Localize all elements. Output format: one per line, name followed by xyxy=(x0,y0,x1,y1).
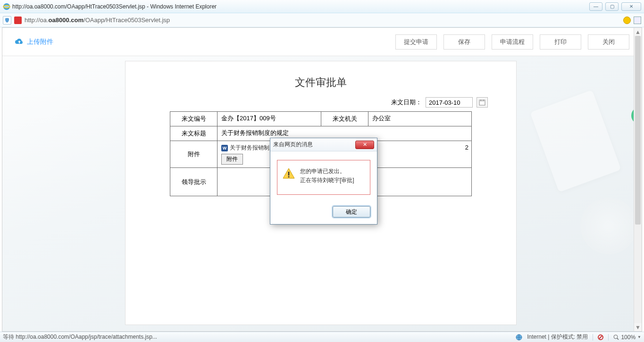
url-path: /OAapp/HtTrace0503Servlet.jsp xyxy=(84,17,170,24)
svg-rect-6 xyxy=(288,172,290,175)
date-label: 来文日期： xyxy=(391,98,422,107)
dialog-title: 来自网页的消息 xyxy=(273,141,313,149)
address-bar: http://oa.oa8000.com/OAapp/HtTrace0503Se… xyxy=(0,13,644,27)
site-favicon xyxy=(14,17,22,24)
window-close-button[interactable]: ✕ xyxy=(621,2,641,11)
scroll-thumb[interactable] xyxy=(635,36,641,225)
cloud-upload-icon xyxy=(15,38,24,46)
url-prefix: http://oa. xyxy=(25,17,49,24)
status-text: 等待 http://oa.oa8000.com/OAapp/jsp/trace/… xyxy=(3,333,157,341)
page-toolbar: 上传附件 提交申请 保存 申请流程 打印 关闭 xyxy=(2,28,642,56)
zoom-control[interactable]: 100% ▼ xyxy=(613,334,641,341)
zoom-dropdown-icon[interactable]: ▼ xyxy=(637,335,641,339)
save-button[interactable]: 保存 xyxy=(443,34,485,50)
leader-label: 领导批示 xyxy=(170,168,217,196)
url-text[interactable]: http://oa.oa8000.com/OAapp/HtTrace0503Se… xyxy=(25,17,170,24)
flow-button[interactable]: 申请流程 xyxy=(492,34,533,50)
word-icon: W xyxy=(221,145,228,151)
subject-input[interactable] xyxy=(221,130,468,137)
message-dialog: 来自网页的消息 ✕ 您的申请已发出。 正在等待刘晓宇[审批] 确定 xyxy=(270,138,377,225)
dialog-line1: 您的申请已发出。 xyxy=(300,167,354,176)
window-title: http://oa.oa8000.com/OAapp/HtTrace0503Se… xyxy=(12,3,217,10)
svg-line-12 xyxy=(617,338,619,340)
calendar-icon xyxy=(479,99,485,106)
calendar-button[interactable] xyxy=(477,97,488,108)
status-bar: 等待 http://oa.oa8000.com/OAapp/jsp/trace/… xyxy=(0,332,644,342)
scroll-down-arrow[interactable]: ▼ xyxy=(634,323,642,331)
window-titlebar: http://oa.oa8000.com/OAapp/HtTrace0503Se… xyxy=(0,0,644,13)
document-title: 文件审批单 xyxy=(154,71,488,95)
window-minimize-button[interactable]: — xyxy=(589,2,602,11)
attachment-filename: 关于财务报销制度 xyxy=(230,144,275,152)
svg-rect-3 xyxy=(479,100,485,101)
compat-view-icon[interactable] xyxy=(623,17,631,24)
attachment-count: 2 xyxy=(465,144,468,151)
date-input[interactable] xyxy=(426,97,473,108)
zone-text: Internet | 保护模式: 禁用 xyxy=(527,333,588,341)
protected-mode-icon[interactable] xyxy=(598,334,603,340)
dialog-close-button[interactable]: ✕ xyxy=(355,141,374,149)
decor-cup xyxy=(580,198,637,254)
ie-icon xyxy=(3,3,10,10)
doc-no-label: 来文编号 xyxy=(170,112,217,126)
vertical-scrollbar[interactable]: ▲ ▼ xyxy=(634,28,642,331)
dialog-ok-button[interactable]: 确定 xyxy=(333,206,370,217)
zoom-icon xyxy=(613,334,619,340)
doc-no-input[interactable] xyxy=(221,115,317,122)
url-host: oa8000.com xyxy=(49,17,84,24)
internet-zone-icon xyxy=(516,334,522,341)
upload-attachment-label: 上传附件 xyxy=(27,38,53,46)
status-separator xyxy=(608,334,609,341)
svg-point-11 xyxy=(614,335,618,339)
subject-label: 来文标题 xyxy=(170,126,217,141)
attachment-label: 附件 xyxy=(170,141,217,168)
dialog-message: 您的申请已发出。 正在等待刘晓宇[审批] xyxy=(300,167,354,185)
org-input[interactable] xyxy=(372,115,468,122)
tools-icon[interactable] xyxy=(634,17,641,24)
attachment-button[interactable]: 附件 xyxy=(221,154,243,165)
scroll-track[interactable] xyxy=(634,36,642,323)
upload-attachment-link[interactable]: 上传附件 xyxy=(15,38,53,46)
date-row: 来文日期： xyxy=(154,95,488,111)
window-maximize-button[interactable]: ▢ xyxy=(605,2,619,11)
close-button[interactable]: 关闭 xyxy=(588,34,629,50)
zoom-value: 100% xyxy=(621,334,636,341)
dialog-titlebar[interactable]: 来自网页的消息 ✕ xyxy=(270,138,377,151)
status-separator xyxy=(593,334,593,341)
svg-rect-7 xyxy=(288,176,290,178)
decor-calculator xyxy=(530,90,621,192)
scroll-up-arrow[interactable]: ▲ xyxy=(634,28,642,36)
org-label: 来文机关 xyxy=(321,112,368,126)
dialog-line2: 正在等待刘晓宇[审批] xyxy=(300,176,354,185)
warning-icon xyxy=(282,167,295,180)
security-shield-icon[interactable] xyxy=(3,16,11,25)
print-button[interactable]: 打印 xyxy=(540,34,581,50)
svg-line-10 xyxy=(599,336,602,339)
submit-button[interactable]: 提交申请 xyxy=(395,34,437,50)
